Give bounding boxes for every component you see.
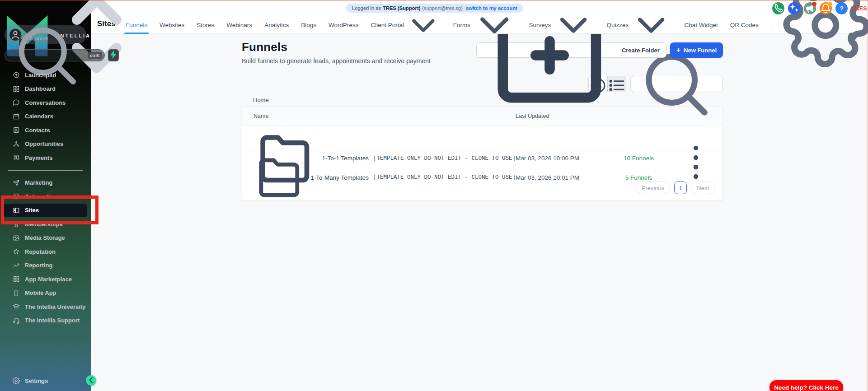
new-funnel-button[interactable]: + New Funnel [670, 42, 723, 58]
chevron-down-icon [553, 4, 594, 46]
sidebar-item-calendars[interactable]: Calendars [4, 110, 87, 124]
tab-forms[interactable]: Forms [453, 16, 517, 34]
sidebar-item-the-intellia-university[interactable]: The Intellia University [4, 300, 87, 314]
bell-icon[interactable] [820, 2, 832, 14]
app-marketplace-icon [13, 275, 20, 283]
breadcrumb-home[interactable]: Home [242, 97, 269, 103]
annotation-highlight-box [1, 196, 99, 224]
sidebar-item-dashboard[interactable]: Dashboard [4, 82, 87, 96]
plus-icon: + [676, 47, 680, 54]
table-row[interactable]: 1-To-1 Templates [TEMPLATE ONLY DO NOT E… [242, 126, 723, 150]
lightning-icon [108, 50, 118, 61]
media-storage-icon [13, 234, 20, 242]
phone-icon[interactable] [772, 2, 784, 14]
megaphone-icon[interactable] [804, 2, 816, 14]
quick-actions-button[interactable] [108, 49, 119, 61]
need-help-button[interactable]: Need help? Click Here [769, 380, 843, 391]
launchpad-icon [13, 71, 20, 79]
tab-webinars[interactable]: Webinars [226, 16, 252, 34]
sidebar-item-settings[interactable]: Settings [4, 374, 87, 387]
reputation-icon [13, 248, 20, 255]
tab-quizzes[interactable]: Quizzes [606, 16, 672, 34]
sidebar-item-reporting[interactable]: Reporting [4, 259, 87, 273]
mobile-app-icon [13, 289, 20, 297]
sidebar-item-media-storage[interactable]: Media Storage [4, 231, 87, 245]
tab-stores[interactable]: Stores [197, 16, 214, 34]
sidebar-item-conversations[interactable]: Conversations [4, 96, 87, 110]
funnels-subheading: Build funnels to generate leads, appoint… [242, 57, 723, 65]
calendars-icon [13, 113, 20, 120]
support-icon [13, 317, 20, 324]
sparkles-icon[interactable] [788, 2, 800, 14]
contacts-icon [13, 126, 20, 134]
next-page-button[interactable]: Next [690, 182, 715, 194]
tab-chat-widget[interactable]: Chat Widget [684, 16, 718, 34]
conversations-icon [13, 99, 20, 106]
sidebar-divider [8, 170, 83, 171]
main-content: Funnels Build funnels to generate leads,… [91, 34, 868, 391]
funnels-search[interactable] [630, 76, 723, 92]
topbar: Sites FunnelsWebsitesStoresWebinarsAnaly… [91, 0, 868, 34]
topbar-action-icons: ? TRES [772, 2, 867, 14]
folder-icon [253, 150, 306, 205]
tabs: FunnelsWebsitesStoresWebinarsAnalyticsBl… [126, 16, 868, 34]
tab-blogs[interactable]: Blogs [301, 16, 316, 34]
sidebar-item-the-intellia-support[interactable]: The Intellia Support [4, 314, 87, 328]
sidebar-item-mobile-app[interactable]: Mobile App [4, 286, 87, 300]
user-badge: TRES [851, 5, 867, 12]
previous-page-button[interactable]: Previous [635, 182, 671, 194]
university-icon [13, 303, 20, 310]
table-row[interactable]: 1-To-Many Templates [TEMPLATE ONLY DO NO… [242, 150, 723, 175]
help-icon[interactable]: ? [835, 2, 848, 14]
column-name: Name [242, 113, 516, 119]
page-number-button[interactable]: 1 [674, 182, 687, 194]
gear-icon [13, 377, 20, 384]
chevron-down-icon [630, 4, 672, 46]
banner-prefix: Logged in as [352, 5, 381, 11]
sidebar-collapse-button[interactable] [86, 375, 96, 386]
switch-account-link[interactable]: switch to my account [466, 5, 517, 11]
annotation-top-line [0, 0, 868, 1]
tab-client-portal[interactable]: Client Portal [371, 16, 441, 34]
funnel-count-link[interactable]: 5 Funnels [625, 174, 652, 181]
logged-in-banner: Logged in as TRES (Support) (support@tre… [346, 4, 523, 13]
chevron-left-icon [86, 375, 96, 387]
banner-email: (support@tres.sg) [422, 5, 463, 11]
payments-icon [13, 154, 20, 161]
sidebar-search[interactable]: ctrlK [5, 49, 105, 61]
marketing-icon [13, 179, 20, 186]
reporting-icon [13, 262, 20, 269]
tab-wordpress[interactable]: WordPress [328, 16, 359, 34]
sidebar-item-launchpad[interactable]: Launchpad [4, 68, 87, 82]
row-last-updated: Mar 03, 2026 10:00 PM [516, 155, 599, 162]
funnel-count-link[interactable]: 10 Funnels [624, 155, 654, 162]
row-last-updated: Mar 03, 2026 10:01 PM [516, 174, 599, 181]
banner-user: TRES (Support) [383, 5, 420, 11]
chevron-down-icon [406, 8, 441, 43]
tab-qr-codes[interactable]: QR Codes [730, 16, 759, 34]
sidebar-item-app-marketplace[interactable]: App Marketplace [4, 272, 87, 286]
sidebar-item-contacts[interactable]: Contacts [4, 123, 87, 137]
sidebar-item-reputation[interactable]: Reputation [4, 245, 87, 259]
sidebar-item-marketing[interactable]: Marketing [4, 176, 87, 190]
dashboard-icon [13, 85, 20, 93]
tab-analytics[interactable]: Analytics [264, 16, 289, 34]
sidebar-item-payments[interactable]: Payments [4, 151, 87, 165]
settings-label: Settings [25, 377, 48, 384]
tab-surveys[interactable]: Surveys [529, 16, 594, 34]
tabs-divider [771, 20, 771, 30]
opportunities-icon [13, 140, 20, 148]
sidebar-item-opportunities[interactable]: Opportunities [4, 137, 87, 151]
keyboard-shortcut-badge: ctrlK [88, 52, 102, 59]
